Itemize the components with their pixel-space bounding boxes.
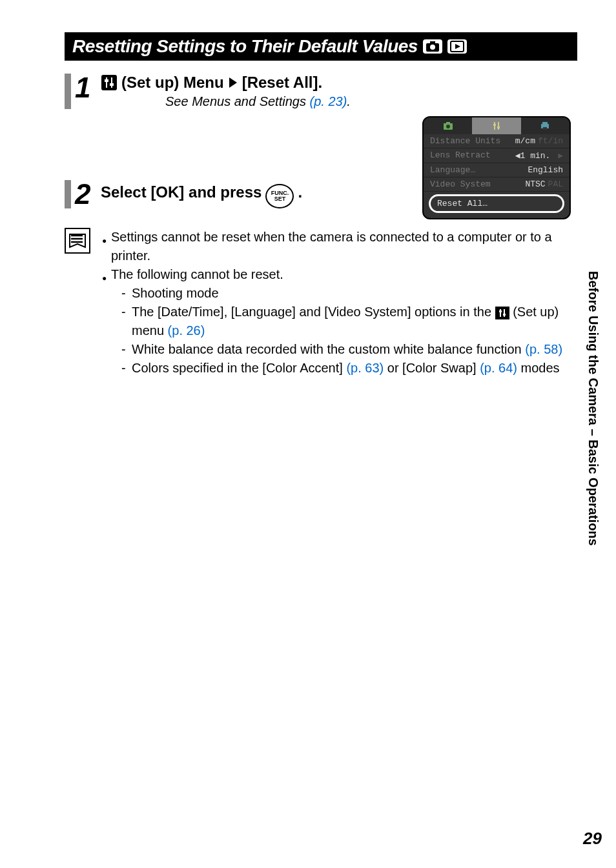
note-sub-3: - White balance data recorded with the c… (121, 340, 577, 359)
lcd-tab-setup (472, 117, 520, 134)
svg-rect-5 (101, 75, 117, 90)
svg-rect-17 (503, 314, 506, 316)
lcd-row-language: Language…English (424, 163, 570, 177)
section-sidebar-label: Before Using the Camera – Basic Operatio… (586, 271, 601, 546)
note-sub-1: -Shooting mode (121, 284, 577, 303)
note-sub-4: - Colors specified in the [Color Accent]… (121, 359, 577, 378)
svg-rect-15 (543, 127, 547, 130)
svg-rect-12 (497, 126, 500, 128)
svg-rect-11 (493, 124, 496, 126)
svg-rect-16 (499, 310, 502, 312)
lcd-tab-print (521, 117, 570, 134)
svg-marker-4 (455, 44, 460, 49)
svg-point-2 (430, 45, 435, 50)
setup-menu-icon-inline (495, 307, 509, 319)
page-23-link[interactable]: (p. 23) (309, 94, 347, 108)
svg-rect-9 (446, 122, 450, 124)
note-bullet-2: The following cannot be reset. (102, 265, 577, 284)
breadcrumb-arrow-icon (229, 77, 237, 88)
step-1: 1 (Set up) Menu [Reset All]. See Menus a… (65, 74, 577, 109)
shooting-mode-icon (423, 39, 442, 54)
note-bullet-1: Settings cannot be reset when the camera… (102, 228, 577, 265)
page-58-link[interactable]: (p. 58) (525, 342, 562, 356)
step-1-heading: (Set up) Menu [Reset All]. (101, 74, 577, 92)
lcd-row-video: Video SystemNTSCPAL (424, 177, 570, 192)
step-1-number: 1 (75, 74, 97, 102)
lcd-row-distance: Distance Unitsm/cmft/in (424, 134, 570, 148)
page-title: Resetting Settings to Their Default Valu… (72, 36, 418, 57)
camera-lcd-screenshot: Distance Unitsm/cmft/in Lens Retract◀1 m… (422, 116, 571, 219)
step-2-number: 2 (75, 180, 97, 208)
note-sub-2: - The [Date/Time], [Language] and [Video… (121, 303, 577, 340)
svg-rect-14 (542, 122, 548, 125)
info-icon (65, 228, 90, 254)
svg-rect-1 (430, 41, 435, 44)
lcd-row-lens: Lens Retract◀1 min. ▶ (424, 148, 570, 163)
page-title-bar: Resetting Settings to Their Default Valu… (65, 32, 577, 61)
lcd-tab-shoot (424, 117, 472, 134)
page-64-link[interactable]: (p. 64) (480, 361, 517, 375)
playback-mode-icon (447, 39, 467, 54)
info-note: Settings cannot be reset when the camera… (65, 228, 577, 378)
step-1-subtext: See Menus and Settings (p. 23). (165, 94, 577, 109)
setup-menu-icon (101, 74, 118, 91)
func-set-button-icon: FUNC.SET (265, 184, 294, 208)
page-63-link[interactable]: (p. 63) (346, 361, 384, 375)
lcd-reset-all-highlight: Reset All… (429, 194, 564, 213)
svg-point-10 (446, 125, 450, 128)
svg-rect-6 (105, 79, 108, 82)
page-26-link[interactable]: (p. 26) (168, 323, 205, 338)
svg-rect-7 (110, 83, 114, 86)
page-number: 29 (583, 829, 602, 849)
